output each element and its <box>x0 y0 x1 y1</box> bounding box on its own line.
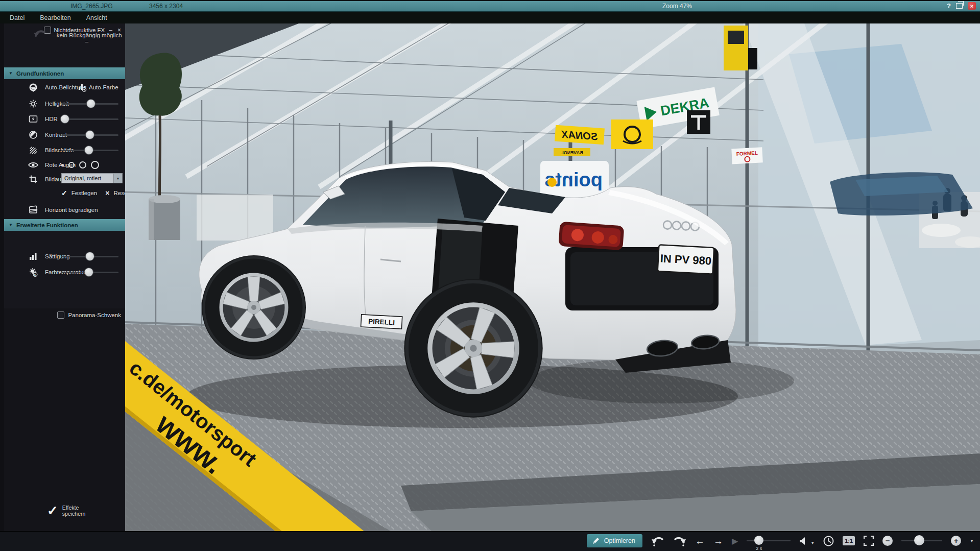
sharpness-slider-knob[interactable] <box>85 146 93 154</box>
section-grundfunktionen[interactable]: ▼ Grundfunktionen <box>4 67 125 79</box>
undo-icon[interactable] <box>33 28 48 42</box>
save-effects-line1: Effekte <box>62 505 79 511</box>
fullscreen-icon[interactable] <box>864 536 874 546</box>
redo-icon[interactable] <box>673 535 686 547</box>
no-undo-note: – kein Rückgängig möglich – <box>51 32 123 44</box>
panorama-checkbox[interactable] <box>57 312 64 319</box>
red-eye-icon <box>28 161 39 169</box>
rear-wheel <box>404 279 542 417</box>
chevron-down-icon: ▼ <box>9 223 13 227</box>
crop-apply-button[interactable]: Festlegen <box>71 190 98 196</box>
section-erweiterte-funktionen-label: Erweiterte Funktionen <box>16 222 78 228</box>
crop-preset-value: Original, rotiert <box>62 175 113 181</box>
red-eye-size-3[interactable] <box>79 161 86 169</box>
photo-editor-window: IMG_2665.JPG 3456 x 2304 Zoom 47% ? × Da… <box>0 0 980 551</box>
pencil-icon <box>592 537 600 545</box>
svg-text:K: K <box>34 273 37 276</box>
color-temperature-slider[interactable] <box>61 267 118 278</box>
bottom-toolbar: Optimieren ← → ▶ 2 s ▼ 1:1 − + ▼ <box>0 531 980 551</box>
play-slideshow-button[interactable]: ▶ <box>732 536 738 546</box>
zoom-in-button[interactable]: + <box>951 536 961 546</box>
contrast-icon <box>28 130 39 139</box>
panorama-label: Panorama-Schwenk <box>68 312 121 318</box>
adjustments-panel: Nichtdestruktive FX – × – kein Rückgängi… <box>4 23 125 531</box>
zoom-options-caret[interactable]: ▼ <box>970 539 974 543</box>
zoom-slider[interactable] <box>901 533 942 548</box>
color-temperature-icon: K <box>28 267 39 277</box>
sign-ravenol: RAVENOL <box>554 148 590 156</box>
horizon-straighten-button[interactable]: Horizont begradigen <box>45 207 98 213</box>
sign-post-horn <box>611 119 653 149</box>
zoom-level-label: Zoom 47% <box>662 3 692 10</box>
photo-canvas[interactable]: DEKRA SONAX RAVENOL points FORME <box>125 23 980 531</box>
saturation-slider[interactable] <box>61 251 118 262</box>
svg-text:RAVENOL: RAVENOL <box>561 150 583 155</box>
contrast-slider[interactable] <box>61 129 118 140</box>
auto-color-button[interactable]: Auto-Farbe <box>89 84 118 90</box>
zoom-out-button[interactable]: − <box>882 536 893 546</box>
zoom-slider-knob[interactable] <box>914 535 924 545</box>
section-grundfunktionen-label: Grundfunktionen <box>16 70 64 77</box>
title-bar: IMG_2665.JPG 3456 x 2304 Zoom 47% ? × <box>0 0 980 12</box>
undo-icon[interactable] <box>651 535 664 547</box>
dropdown-arrow-icon[interactable]: ▼ <box>113 174 122 183</box>
brightness-slider[interactable] <box>61 98 118 109</box>
speaker-icon[interactable] <box>799 537 808 545</box>
save-check-icon: ✓ <box>47 505 58 516</box>
chevron-down-icon: ▼ <box>9 71 13 76</box>
photo-audi-r8: DEKRA SONAX RAVENOL points FORME <box>125 23 980 531</box>
svg-text:FORMEL: FORMEL <box>736 150 758 157</box>
slideshow-delay-knob[interactable] <box>754 536 763 545</box>
crop-preset-dropdown[interactable]: Original, rotiert ▼ <box>61 173 123 183</box>
auto-color-icon <box>77 83 88 92</box>
svg-text:PIRELLI: PIRELLI <box>368 318 395 327</box>
hdr-icon <box>28 114 39 124</box>
slideshow-delay-slider[interactable]: 2 s <box>747 533 791 548</box>
optimize-button[interactable]: Optimieren <box>587 534 642 547</box>
save-effects-button[interactable]: ✓ Effekte speichern <box>47 505 85 517</box>
saturation-icon <box>28 252 39 260</box>
sign-points: points <box>540 161 609 199</box>
menu-datei[interactable]: Datei <box>2 14 32 21</box>
crop-icon <box>28 175 39 184</box>
save-effects-line2: speichern <box>62 511 86 517</box>
restore-window-button[interactable] <box>956 3 963 9</box>
hdr-slider-knob[interactable] <box>61 115 69 123</box>
menu-bearbeiten[interactable]: Bearbeiten <box>32 14 78 21</box>
hdr-slider[interactable] <box>61 113 118 125</box>
filename-label: IMG_2665.JPG <box>70 3 113 10</box>
red-eye-size-1[interactable] <box>61 164 64 166</box>
sign-formel: FORMEL <box>731 147 762 164</box>
panel-lower-section <box>4 308 125 531</box>
timer-clock-icon[interactable] <box>823 536 834 546</box>
menu-ansicht[interactable]: Ansicht <box>79 14 115 21</box>
next-image-button[interactable]: → <box>713 536 723 546</box>
front-wheel <box>202 255 306 360</box>
speaker-dropdown-caret[interactable]: ▼ <box>810 541 815 545</box>
sharpness-slider[interactable] <box>61 145 118 156</box>
close-window-button[interactable]: × <box>968 2 976 10</box>
sign-sonax: SONAX <box>555 125 605 145</box>
menu-bar: Datei Bearbeiten Ansicht <box>0 12 980 23</box>
red-eye-size-options <box>61 159 99 171</box>
svg-text:IN PV 980: IN PV 980 <box>660 252 711 267</box>
brightness-slider-knob[interactable] <box>87 100 95 108</box>
red-eye-size-2[interactable] <box>68 162 75 168</box>
help-button[interactable]: ? <box>947 2 951 10</box>
red-eye-size-4[interactable] <box>91 161 99 169</box>
reset-x-icon: × <box>105 189 109 197</box>
brightness-icon <box>28 99 39 108</box>
color-temperature-slider-knob[interactable] <box>85 268 93 276</box>
image-dimensions-label: 3456 x 2304 <box>149 3 183 10</box>
previous-image-button[interactable]: ← <box>695 536 705 546</box>
license-plate: IN PV 980 <box>658 245 714 274</box>
actual-size-button[interactable]: 1:1 <box>843 536 855 545</box>
auto-exposure-icon <box>28 83 39 92</box>
contrast-slider-knob[interactable] <box>86 131 94 139</box>
pirelli-logo: PIRELLI <box>361 315 402 329</box>
section-erweiterte-funktionen[interactable]: ▼ Erweiterte Funktionen <box>4 219 125 231</box>
hdr-label: HDR <box>45 116 58 122</box>
apply-check-icon: ✓ <box>61 189 67 197</box>
sharpness-icon <box>28 146 39 155</box>
saturation-slider-knob[interactable] <box>86 252 94 260</box>
